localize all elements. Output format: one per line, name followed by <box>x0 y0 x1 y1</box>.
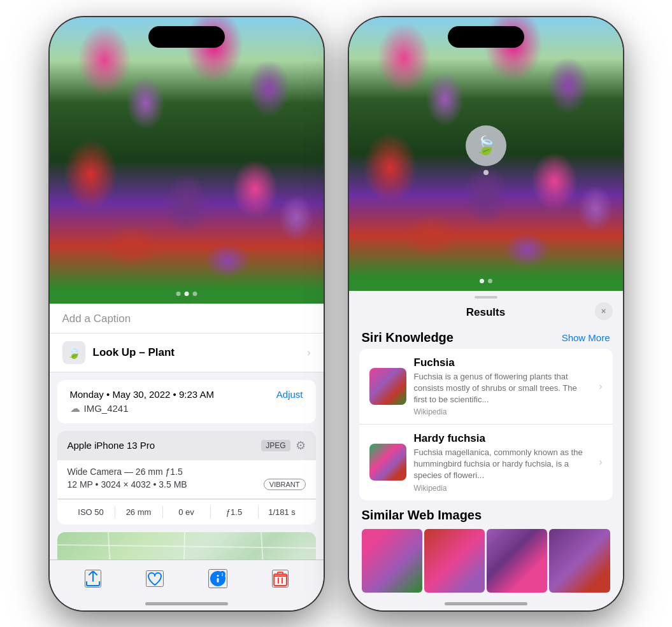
siri-lookup-button[interactable]: 🍃 <box>466 125 506 166</box>
results-panel: Results × Siri Knowledge Show More Fuchs… <box>349 291 623 610</box>
camera-spec-resolution: 12 MP • 3024 × 4032 • 3.5 MB <box>68 479 187 490</box>
look-up-icon: 🍃 <box>62 341 85 364</box>
left-phone: Add a Caption 🍃 Look Up – Plant › Monday… <box>50 17 324 610</box>
device-section: Apple iPhone 13 Pro JPEG ⚙ Wide Camera —… <box>57 431 316 525</box>
web-image-1[interactable] <box>362 529 422 593</box>
results-title: Results <box>466 306 505 319</box>
siri-knowledge-title: Siri Knowledge <box>362 330 454 345</box>
knowledge-item-hardy[interactable]: Hardy fuchsia Fuchsia magellanica, commo… <box>359 425 613 500</box>
look-up-text: Plant <box>145 346 175 358</box>
web-image-2[interactable] <box>424 529 485 593</box>
hardy-description: Fuchsia magellanica, commonly known as t… <box>414 447 592 482</box>
exif-aperture: ƒ1.5 <box>211 506 259 518</box>
hardy-source: Wikipedia <box>414 484 592 493</box>
dot-3 <box>192 292 197 296</box>
fuchsia-name: Fuchsia <box>414 356 592 369</box>
dot-r2 <box>488 279 492 283</box>
meta-section: Monday • May 30, 2022 • 9:23 AM Adjust ☁… <box>57 380 316 423</box>
look-up-bold: Look Up – <box>93 346 145 358</box>
dot-r1 <box>480 279 484 283</box>
svg-rect-8 <box>217 578 218 582</box>
show-more-button[interactable]: Show More <box>562 332 610 343</box>
right-phone: 🍃 Results × Siri Knowledge Show More <box>349 17 623 610</box>
exif-shutter: 1/181 s <box>259 506 306 518</box>
fuchsia-thumbnail <box>369 368 406 405</box>
web-image-4[interactable] <box>549 529 610 593</box>
favorite-button[interactable] <box>146 570 164 587</box>
camera-specs: Wide Camera — 26 mm ƒ1.5 12 MP • 3024 × … <box>57 460 316 499</box>
results-header: Results × <box>349 299 623 324</box>
hardy-chevron-icon: › <box>599 456 602 468</box>
exif-iso: ISO 50 <box>68 506 115 518</box>
web-image-3[interactable] <box>487 529 547 593</box>
vibrant-badge: VIBRANT <box>264 479 306 490</box>
hardy-text: Hardy fuchsia Fuchsia magellanica, commo… <box>414 432 592 493</box>
device-badges: JPEG ⚙ <box>261 439 305 453</box>
dot-2 <box>184 292 189 296</box>
camera-settings-icon[interactable]: ⚙ <box>296 439 306 453</box>
look-up-label: Look Up – Plant <box>93 346 175 359</box>
svg-text:i: i <box>221 572 222 577</box>
siri-knowledge-header: Siri Knowledge Show More <box>349 324 623 349</box>
dot-1 <box>176 292 180 296</box>
home-indicator-left <box>145 602 228 605</box>
close-button[interactable]: × <box>595 302 613 320</box>
fuchsia-text: Fuchsia Fuchsia is a genus of flowering … <box>414 356 592 417</box>
camera-spec-line1: Wide Camera — 26 mm ƒ1.5 <box>68 467 306 477</box>
info-button[interactable]: i <box>208 569 227 588</box>
exif-row: ISO 50 26 mm 0 ev ƒ1.5 1/181 s <box>57 499 316 525</box>
photo-image-right: 🍃 <box>349 17 623 291</box>
cloud-icon: ☁ <box>70 402 80 414</box>
device-name: Apple iPhone 13 Pro <box>68 440 155 451</box>
siri-dot <box>483 170 489 175</box>
close-icon: × <box>601 306 606 316</box>
caption-placeholder[interactable]: Add a Caption <box>62 313 131 325</box>
dynamic-island-right <box>448 26 524 48</box>
siri-leaf-icon: 🍃 <box>475 135 497 156</box>
fuchsia-description: Fuchsia is a genus of flowering plants t… <box>414 371 592 406</box>
look-up-row[interactable]: 🍃 Look Up – Plant › <box>50 334 324 372</box>
camera-spec-line2: 12 MP • 3024 × 4032 • 3.5 MB VIBRANT <box>68 479 306 490</box>
share-button[interactable] <box>85 570 101 588</box>
hardy-thumbnail <box>369 444 406 481</box>
leaf-icon: 🍃 <box>67 346 81 360</box>
web-images-section: Similar Web Images <box>349 502 623 596</box>
format-badge: JPEG <box>261 440 290 451</box>
svg-line-1 <box>57 545 316 548</box>
home-indicator-right <box>445 602 527 605</box>
left-screen: Add a Caption 🍃 Look Up – Plant › Monday… <box>50 17 324 610</box>
adjust-button[interactable]: Adjust <box>276 389 303 400</box>
web-images-title: Similar Web Images <box>362 508 610 523</box>
knowledge-item-fuchsia[interactable]: Fuchsia Fuchsia is a genus of flowering … <box>359 349 613 425</box>
flower-background <box>50 17 324 304</box>
hardy-name: Hardy fuchsia <box>414 432 592 445</box>
meta-filename: IMG_4241 <box>84 403 129 414</box>
meta-date: Monday • May 30, 2022 • 9:23 AM <box>70 389 214 400</box>
delete-button[interactable] <box>272 570 289 588</box>
knowledge-card: Fuchsia Fuchsia is a genus of flowering … <box>359 349 613 500</box>
web-images-grid <box>362 529 610 593</box>
fuchsia-source: Wikipedia <box>414 407 592 416</box>
meta-date-row: Monday • May 30, 2022 • 9:23 AM Adjust <box>70 389 303 400</box>
fuchsia-chevron-icon: › <box>599 381 602 392</box>
chevron-right-icon: › <box>307 347 310 358</box>
page-dots <box>176 292 197 296</box>
photo-image-left[interactable] <box>50 17 324 304</box>
dynamic-island-left <box>148 26 225 48</box>
caption-area[interactable]: Add a Caption <box>50 304 324 334</box>
device-row: Apple iPhone 13 Pro JPEG ⚙ <box>57 431 316 460</box>
exif-ev: 0 ev <box>163 506 211 518</box>
exif-focal: 26 mm <box>115 506 163 518</box>
svg-point-7 <box>217 575 218 577</box>
page-dots-right <box>480 279 492 283</box>
meta-filename-row: ☁ IMG_4241 <box>70 402 303 414</box>
right-screen: 🍃 Results × Siri Knowledge Show More <box>349 17 623 610</box>
